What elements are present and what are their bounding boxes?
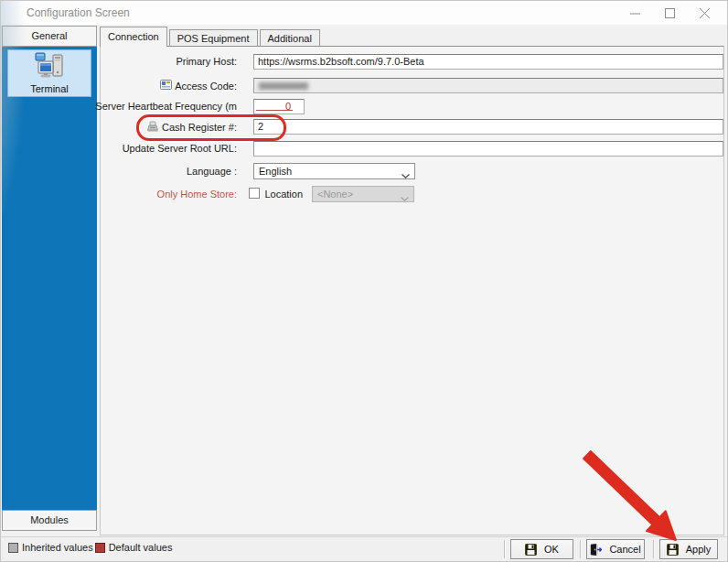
separator (653, 540, 655, 558)
access-code-label: Access Code: (160, 80, 237, 92)
sidebar-button-modules[interactable]: Modules (2, 510, 97, 531)
default-value-underline (256, 110, 293, 111)
terminal-computer-icon (8, 52, 91, 85)
id-card-icon (160, 80, 172, 92)
exit-door-icon (590, 544, 602, 556)
tab-connection[interactable]: Connection (100, 27, 167, 47)
update-server-root-url-input[interactable] (253, 141, 723, 157)
values-legend: Inherited values Default values (8, 542, 172, 553)
update-server-root-url-label: Update Server Root URL: (123, 143, 237, 154)
status-bar: Inherited values Default values OK Cance… (1, 536, 728, 562)
inherited-values-swatch (8, 543, 18, 553)
masked-value (259, 82, 308, 90)
maximize-icon[interactable] (652, 1, 687, 25)
only-home-store-checkbox[interactable] (249, 188, 260, 199)
language-label: Language : (187, 166, 237, 177)
tab-pos-equipment[interactable]: POS Equipment (169, 29, 258, 47)
location-label: Location (264, 189, 303, 200)
ok-button[interactable]: OK (510, 539, 573, 559)
apply-button[interactable]: Apply (659, 539, 718, 559)
sidebar-item-label: Terminal (8, 83, 91, 94)
access-code-input[interactable] (253, 78, 723, 93)
separator (580, 540, 582, 558)
primary-host-label: Primary Host: (176, 56, 237, 67)
chevron-down-icon (401, 192, 409, 203)
minimize-icon[interactable] (617, 1, 652, 25)
only-home-store-label: Only Home Store: (157, 189, 237, 200)
heartbeat-label: Server Heartbeat Frequency (m (95, 101, 237, 112)
primary-host-input[interactable]: https://wsrms.b2bsoft.com/9.7.0-Beta (253, 54, 723, 70)
cash-register-icon (146, 121, 159, 134)
title-bar: Configuration Screen (1, 1, 727, 25)
close-icon[interactable] (687, 1, 722, 25)
cash-register-input[interactable]: 2 (253, 119, 723, 135)
save-floppy-icon (667, 544, 679, 556)
location-select[interactable]: <None> (312, 186, 414, 202)
chevron-down-icon (401, 169, 410, 180)
heartbeat-input[interactable]: 0 (253, 99, 305, 114)
save-floppy-icon (525, 544, 537, 556)
default-values-label: Default values (109, 542, 173, 553)
cash-register-label: Cash Register #: (146, 121, 237, 134)
sidebar-item-terminal[interactable]: Terminal (7, 49, 91, 97)
configuration-window: Configuration Screen General (0, 0, 728, 562)
tab-additional[interactable]: Additional (260, 29, 320, 47)
separator (504, 540, 506, 558)
inherited-values-label: Inherited values (22, 542, 93, 553)
sidebar: Terminal (2, 47, 97, 510)
default-values-swatch (95, 543, 105, 553)
language-select[interactable]: English (253, 163, 415, 179)
cancel-button[interactable]: Cancel (586, 539, 645, 559)
tab-bar: Connection POS Equipment Additional (100, 27, 322, 47)
